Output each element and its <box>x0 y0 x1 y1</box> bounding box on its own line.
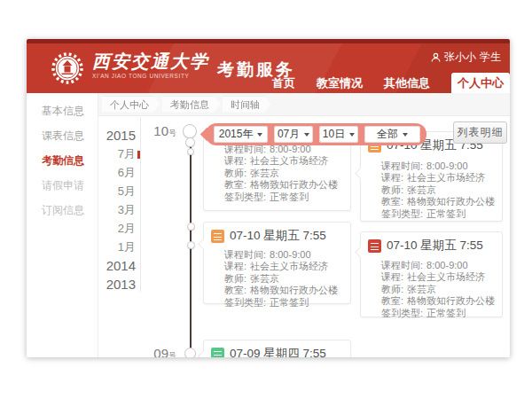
field-value: 格物致知行政办公楼 <box>250 179 338 190</box>
card-field: 教室:格物致知行政办公楼 <box>381 196 495 207</box>
card-field: 签到类型:正常签到 <box>224 192 343 203</box>
caret-down-icon <box>257 133 262 137</box>
person-icon <box>431 52 441 63</box>
day-unit: 号 <box>168 129 176 137</box>
month-nav-jul[interactable]: 7月 <box>98 145 136 163</box>
card-field: 教师:张芸京 <box>224 273 343 285</box>
app-header: 西安交通大学 XI'AN JIAO TONG UNIVERSITY 考勤服务 张… <box>27 43 510 93</box>
calendar-icon <box>211 348 224 358</box>
field-value: 社会主义市场经济 <box>250 261 328 271</box>
sidebar-item-basic-info[interactable]: 基本信息 <box>42 98 98 123</box>
card-field: 教师:张芸京 <box>224 168 343 179</box>
month-nav-divider <box>140 118 141 292</box>
field-value: 张芸京 <box>407 184 436 195</box>
month-nav-mar[interactable]: 3月 <box>98 200 136 219</box>
timeline-node <box>187 241 195 249</box>
field-label: 课程: <box>224 261 246 271</box>
card-field: 签到类型:正常签到 <box>381 208 495 220</box>
date-filter-bar: 2015年 07月 10日 全部 <box>206 123 426 145</box>
month-select[interactable]: 07月 <box>274 126 313 143</box>
day-select[interactable]: 10日 <box>319 126 358 143</box>
field-label: 教室: <box>381 196 403 207</box>
card-title: 07-10 星期五 7:55 <box>230 228 326 244</box>
field-value: 8:00-9:00 <box>270 249 310 260</box>
nav-other-info[interactable]: 其他信息 <box>384 73 430 93</box>
nav-home[interactable]: 首页 <box>272 73 295 93</box>
day-number: 09 <box>153 346 168 357</box>
sidebar-item-attendance-info[interactable]: 考勤信息 <box>42 148 98 173</box>
sidebar-item-subscription-info[interactable]: 订阅信息 <box>42 198 98 223</box>
field-value: 格物致知行政办公楼 <box>407 196 495 207</box>
content-area: 基本信息 课表信息 考勤信息 请假申请 订阅信息 个人中心 考勤信息 时间轴 2… <box>27 93 510 357</box>
month-nav-2014[interactable]: 2014 <box>98 256 136 275</box>
attendance-card[interactable]: 07-10 星期五 7:55 课程时间:8:00-9:00 课程:社会主义市场经… <box>360 231 503 317</box>
month-nav-2015[interactable]: 2015 <box>98 126 136 145</box>
field-label: 教室: <box>381 295 403 306</box>
card-field: 教室:格物致知行政办公楼 <box>381 295 495 307</box>
day-number: 10 <box>153 123 168 138</box>
day-select-value: 10日 <box>323 127 345 142</box>
card-field: 课程时间:8:00-9:00 <box>224 144 343 155</box>
field-label: 教师: <box>224 168 246 178</box>
type-select-value: 全部 <box>377 127 398 142</box>
day-marker-09: 09号 <box>141 346 176 357</box>
day-unit: 号 <box>168 351 176 357</box>
attendance-app-window: 西安交通大学 XI'AN JIAO TONG UNIVERSITY 考勤服务 张… <box>27 39 510 357</box>
field-label: 课程: <box>381 172 403 183</box>
nav-classrooms[interactable]: 教室情况 <box>317 73 363 93</box>
university-logo-icon <box>50 51 85 86</box>
calendar-icon <box>211 230 224 243</box>
field-value: 张芸京 <box>250 168 279 178</box>
field-value: 张芸京 <box>250 273 279 284</box>
year-select[interactable]: 2015年 <box>214 126 268 143</box>
timeline-node <box>183 124 197 138</box>
breadcrumb-personal-center[interactable]: 个人中心 <box>102 97 160 113</box>
month-nav-may[interactable]: 5月 <box>98 182 136 200</box>
field-label: 签到类型: <box>381 208 423 219</box>
field-label: 教室: <box>224 179 246 190</box>
type-select[interactable]: 全部 <box>364 126 420 143</box>
card-field: 教室:格物致知行政办公楼 <box>224 285 343 296</box>
main-nav: 首页 教室情况 其他信息 个人中心 <box>272 73 510 93</box>
sidebar-item-schedule-info[interactable]: 课表信息 <box>42 123 98 148</box>
timeline-month-nav: 2015 7月 6月 5月 3月 2月 1月 2014 2013 <box>98 126 136 293</box>
user-info[interactable]: 张小小 学生 <box>431 50 501 65</box>
field-value: 社会主义市场经济 <box>250 155 328 166</box>
university-name-en: XI'AN JIAO TONG UNIVERSITY <box>92 73 209 79</box>
month-nav-jun[interactable]: 6月 <box>98 163 136 182</box>
university-name-cn: 西安交通大学 <box>92 51 209 71</box>
breadcrumb-timeline[interactable]: 时间轴 <box>223 97 271 113</box>
month-nav-jan[interactable]: 1月 <box>98 238 136 256</box>
field-value: 社会主义市场经济 <box>407 172 485 183</box>
attendance-card[interactable]: 07-10 星期五 7:55 课程时间:8:00-9:00 课程:社会主义市场经… <box>203 222 351 304</box>
month-nav-2013[interactable]: 2013 <box>98 275 136 293</box>
attendance-card[interactable]: 07-09 星期四 7:55 <box>203 340 351 357</box>
field-label: 课程: <box>224 155 246 166</box>
timeline-node <box>187 223 195 231</box>
list-detail-button[interactable]: 列表明细 <box>453 121 507 144</box>
nav-personal-center[interactable]: 个人中心 <box>451 73 510 93</box>
card-field: 课程:社会主义市场经济 <box>224 155 343 167</box>
card-title: 07-09 星期四 7:55 <box>230 346 326 357</box>
card-field: 课程时间:8:00-9:00 <box>224 249 343 261</box>
card-header: 07-09 星期四 7:55 <box>204 340 350 357</box>
sidebar-item-leave-request[interactable]: 请假申请 <box>42 173 98 198</box>
user-role: 学生 <box>480 50 501 65</box>
card-field: 课程时间:8:00-9:00 <box>381 160 495 172</box>
field-value: 正常签到 <box>270 297 309 308</box>
caret-down-icon <box>304 133 309 137</box>
card-title: 07-10 星期五 7:55 <box>387 238 483 254</box>
card-field: 签到类型:正常签到 <box>381 308 495 319</box>
main-panel: 个人中心 考勤信息 时间轴 2015 7月 6月 5月 3月 2月 1月 201… <box>98 93 510 357</box>
breadcrumb-attendance-info[interactable]: 考勤信息 <box>162 97 221 113</box>
month-select-value: 07月 <box>278 127 300 142</box>
field-label: 教师: <box>381 184 403 195</box>
month-nav-feb[interactable]: 2月 <box>98 219 136 238</box>
field-label: 教师: <box>224 273 246 284</box>
card-field: 签到类型:正常签到 <box>224 297 343 309</box>
card-field: 教室:格物致知行政办公楼 <box>224 179 343 191</box>
field-value: 正常签到 <box>426 308 466 318</box>
field-label: 课程: <box>381 271 403 282</box>
field-value: 正常签到 <box>426 208 466 219</box>
card-field: 课程时间:8:00-9:00 <box>381 260 495 271</box>
